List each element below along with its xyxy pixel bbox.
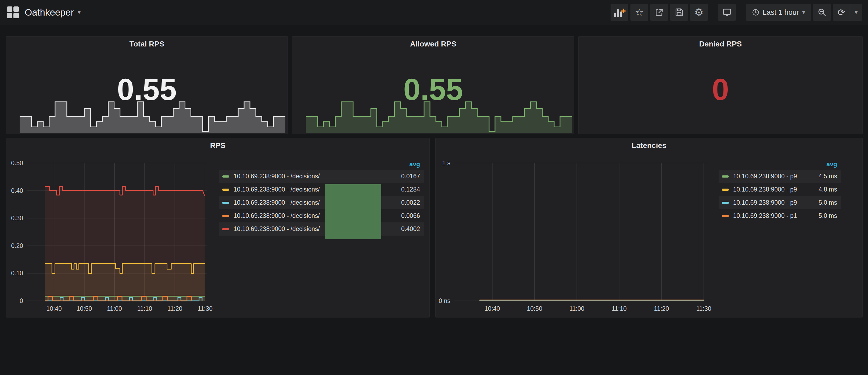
add-panel-icon: +: [614, 8, 625, 17]
y-axis-tick: 0: [4, 298, 23, 305]
time-range-picker[interactable]: Last 1 hour ▾: [746, 4, 811, 21]
panel-title[interactable]: Allowed RPS: [292, 40, 574, 49]
dashboards-grid-icon[interactable]: [7, 6, 19, 18]
y-axis-tick: 0.40: [4, 187, 23, 194]
y-axis-tick: 0.10: [4, 270, 23, 277]
panel-rps-graph: RPS avg10.10.69.238:9000 - /decisions/0.…: [6, 138, 430, 317]
x-axis-tick: 11:10: [612, 305, 627, 312]
y-axis-tick: 0.50: [4, 160, 23, 167]
x-axis-tick: 11:30: [197, 305, 213, 312]
gear-icon: ⚙: [694, 6, 704, 18]
time-range-label: Last 1 hour: [763, 8, 799, 17]
sparkline: [306, 100, 572, 133]
add-panel-button[interactable]: +: [611, 4, 628, 21]
panel-total-rps: Total RPS 0.55: [6, 36, 288, 134]
chevron-down-icon: ▾: [855, 9, 858, 16]
star-dashboard-button[interactable]: ☆: [630, 4, 648, 21]
grafana-dashboard: Oathkeeper ▾ + ☆: [0, 0, 868, 375]
clock-icon: [752, 9, 760, 16]
sparkline: [20, 100, 285, 133]
refresh-interval-dropdown[interactable]: ▾: [850, 4, 862, 21]
star-icon: ☆: [635, 7, 644, 18]
x-axis-tick: 10:40: [485, 305, 500, 312]
chevron-down-icon: ▾: [802, 9, 805, 16]
y-axis-tick: 0.30: [4, 215, 23, 222]
panel-title[interactable]: Total RPS: [6, 40, 287, 49]
y-axis-tick: 0.20: [4, 242, 23, 250]
x-axis-tick: 11:00: [107, 305, 122, 312]
grid-square: [13, 6, 19, 12]
x-axis-tick: 11:00: [569, 305, 585, 312]
panel-latencies-graph: Latencies avg10.10.69.238:9000 - p904.5 …: [435, 138, 863, 317]
chart-plot[interactable]: [436, 138, 862, 317]
redaction-overlay: [325, 184, 381, 239]
y-axis-tick: 1 s: [431, 160, 451, 167]
y-axis-tick: 0 ns: [431, 298, 451, 305]
panel-denied-rps: Denied RPS 0: [578, 36, 863, 134]
panel-allowed-rps: Allowed RPS 0.55: [292, 36, 574, 134]
dashboard-settings-button[interactable]: ⚙: [690, 4, 708, 21]
zoom-out-icon: [817, 8, 827, 17]
share-dashboard-button[interactable]: [650, 4, 668, 21]
navbar-left: Oathkeeper ▾: [7, 6, 81, 18]
panel-title[interactable]: Denied RPS: [579, 40, 862, 49]
monitor-icon: [722, 7, 732, 17]
refresh-dashboard-button[interactable]: ⟳: [833, 4, 850, 21]
save-icon: [675, 8, 684, 17]
navbar-toolbar: + ☆ ⚙: [611, 4, 862, 21]
grid-square: [13, 13, 19, 18]
refresh-button-group: ⟳ ▾: [833, 4, 862, 21]
x-axis-tick: 11:30: [696, 305, 711, 312]
save-dashboard-button[interactable]: [670, 4, 688, 21]
zoom-out-time-button[interactable]: [813, 4, 831, 21]
x-axis-tick: 10:50: [76, 305, 92, 312]
cycle-view-mode-button[interactable]: [718, 4, 736, 21]
chevron-down-icon[interactable]: ▾: [78, 9, 81, 16]
x-axis-tick: 10:40: [46, 305, 62, 312]
grid-square: [7, 13, 12, 18]
grid-square: [7, 6, 12, 12]
x-axis-tick: 11:20: [167, 305, 183, 312]
x-axis-tick: 11:20: [654, 305, 669, 312]
dashboard-title[interactable]: Oathkeeper: [25, 7, 74, 18]
share-icon: [655, 8, 664, 17]
refresh-icon: ⟳: [838, 7, 845, 18]
x-axis-tick: 11:10: [137, 305, 152, 312]
navbar: Oathkeeper ▾ + ☆: [0, 0, 868, 25]
x-axis-tick: 10:50: [527, 305, 542, 312]
stat-value: 0: [579, 74, 862, 105]
